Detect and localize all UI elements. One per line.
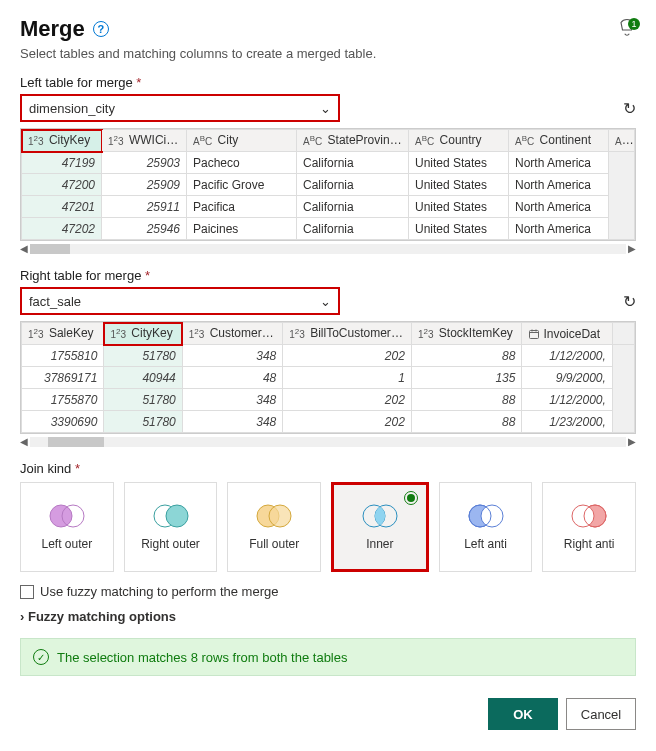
table-row: 175581051780348202881/12/2000,: [22, 345, 635, 367]
column-header-citykey[interactable]: 123 CityKey: [22, 130, 102, 152]
venn-inner-icon: [360, 503, 400, 529]
svg-rect-0: [530, 330, 539, 338]
column-header-more[interactable]: AB: [609, 130, 635, 152]
check-circle-icon: ✓: [33, 649, 49, 665]
column-header-citykey[interactable]: 123 CityKey: [104, 323, 182, 345]
table-row: 4719925903PachecoCaliforniaUnited States…: [22, 152, 635, 174]
success-banner: ✓ The selection matches 8 rows from both…: [20, 638, 636, 676]
column-header[interactable]: ABC Country: [409, 130, 509, 152]
table-row: 339069051780348202881/23/2000,: [22, 411, 635, 433]
svg-point-1: [50, 505, 72, 527]
join-inner[interactable]: Inner: [331, 482, 429, 572]
venn-left-outer-icon: [47, 503, 87, 529]
venn-right-outer-icon: [151, 503, 191, 529]
refresh-left-icon[interactable]: ↻: [623, 99, 636, 118]
column-header[interactable]: 123 CustomerKey: [182, 323, 282, 345]
refresh-right-icon[interactable]: ↻: [623, 292, 636, 311]
chevron-down-icon: ⌄: [320, 101, 331, 116]
join-full-outer[interactable]: Full outer: [227, 482, 321, 572]
table-row: 37869171409444811359/9/2000,: [22, 367, 635, 389]
column-header[interactable]: 123 StockItemKey: [411, 323, 522, 345]
scroll-right-icon[interactable]: ▶: [628, 436, 636, 447]
notifications-icon[interactable]: 1: [618, 18, 636, 40]
right-table-label: Right table for merge: [20, 268, 636, 283]
table-row: 4720025909Pacific GroveCaliforniaUnited …: [22, 174, 635, 196]
fuzzy-options-expander[interactable]: Fuzzy matching options: [20, 609, 636, 624]
cancel-button[interactable]: Cancel: [566, 698, 636, 730]
join-right-outer[interactable]: Right outer: [124, 482, 218, 572]
fuzzy-matching-label: Use fuzzy matching to perform the merge: [40, 584, 278, 599]
join-left-anti[interactable]: Left anti: [439, 482, 533, 572]
column-header[interactable]: InvoiceDat: [522, 323, 612, 345]
table-row: 4720125911PacificaCaliforniaUnited State…: [22, 196, 635, 218]
table-row: 175587051780348202881/12/2000,: [22, 389, 635, 411]
venn-right-anti-icon: [569, 503, 609, 529]
scroll-left-icon[interactable]: ◀: [20, 243, 28, 254]
selected-radio-icon: [404, 491, 418, 505]
left-table-label: Left table for merge: [20, 75, 636, 90]
page-title: Merge ?: [20, 16, 109, 42]
left-hscroll[interactable]: ◀ ▶: [20, 243, 636, 254]
join-left-outer[interactable]: Left outer: [20, 482, 114, 572]
column-header[interactable]: ABC StateProvince: [297, 130, 409, 152]
column-header[interactable]: ABC City: [187, 130, 297, 152]
table-row: 4720225946PaicinesCaliforniaUnited State…: [22, 218, 635, 240]
page-subtitle: Select tables and matching columns to cr…: [20, 46, 636, 61]
left-table-select[interactable]: dimension_city ⌄: [20, 94, 340, 122]
column-header[interactable]: 123 BillToCustomerKey: [283, 323, 412, 345]
join-right-anti[interactable]: Right anti: [542, 482, 636, 572]
chevron-down-icon: ⌄: [320, 294, 331, 309]
scroll-left-icon[interactable]: ◀: [20, 436, 28, 447]
join-kind-label: Join kind: [20, 461, 636, 476]
svg-point-6: [269, 505, 291, 527]
left-table-preview: 123 CityKey 123 WWICityID ABC City ABC S…: [20, 128, 636, 241]
column-header[interactable]: 123 SaleKey: [22, 323, 104, 345]
venn-left-anti-icon: [466, 503, 506, 529]
column-header[interactable]: 123 WWICityID: [102, 130, 187, 152]
right-table-select[interactable]: fact_sale ⌄: [20, 287, 340, 315]
right-hscroll[interactable]: ◀ ▶: [20, 436, 636, 447]
column-header[interactable]: ABC Continent: [509, 130, 609, 152]
right-table-preview: 123 SaleKey 123 CityKey 123 CustomerKey …: [20, 321, 636, 434]
venn-full-outer-icon: [254, 503, 294, 529]
ok-button[interactable]: OK: [488, 698, 558, 730]
help-icon[interactable]: ?: [93, 21, 109, 37]
scroll-right-icon[interactable]: ▶: [628, 243, 636, 254]
fuzzy-matching-checkbox[interactable]: [20, 585, 34, 599]
svg-point-4: [166, 505, 188, 527]
